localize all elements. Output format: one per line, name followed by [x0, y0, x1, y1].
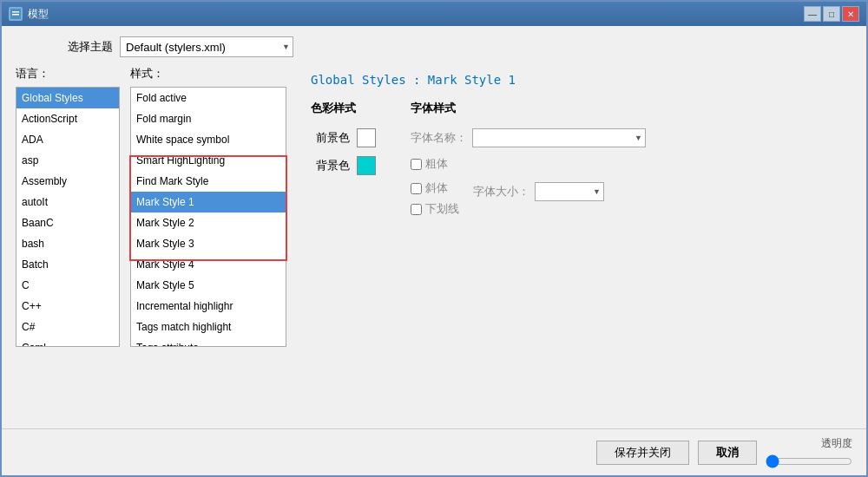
style-list-item[interactable]: Fold margin: [131, 108, 286, 129]
transparency-label: 透明度: [821, 436, 852, 451]
background-row: 背景色: [311, 156, 376, 175]
lang-list-item[interactable]: bash: [16, 233, 119, 254]
style-list-wrapper: Fold activeFold marginWhite space symbol…: [130, 87, 286, 347]
panels-row: 语言： Global StylesActionScriptADAaspAssem…: [16, 66, 852, 347]
color-section-title: 色彩样式: [311, 101, 376, 116]
bold-checkbox[interactable]: [411, 159, 422, 170]
svg-rect-1: [12, 11, 19, 13]
style-list-item[interactable]: Mark Style 2: [131, 212, 286, 233]
font-size-row: 字体大小：: [473, 182, 604, 201]
style-list-item[interactable]: Mark Style 5: [131, 275, 286, 296]
bottom-bar: 保存并关闭 取消 透明度: [2, 428, 866, 475]
lang-list-item[interactable]: C#: [16, 317, 119, 337]
underline-row: 下划线: [411, 201, 459, 217]
theme-label: 选择主题: [68, 39, 113, 55]
theme-row: 选择主题 Default (stylers.xml): [16, 36, 852, 57]
italic-size-row: 斜体 下划线 字体大小：: [411, 180, 646, 217]
background-color-box[interactable]: [357, 156, 376, 175]
underline-checkbox[interactable]: [411, 204, 422, 215]
font-section: 字体样式 字体名称： 粗体: [411, 101, 646, 217]
underline-label: 下划线: [425, 201, 459, 217]
style-label: 样式：: [130, 66, 286, 82]
font-size-select[interactable]: [535, 182, 604, 201]
close-button[interactable]: ✕: [842, 6, 859, 22]
font-name-row: 字体名称：: [411, 128, 646, 147]
lang-list-item[interactable]: Batch: [16, 254, 119, 275]
style-list-item[interactable]: Find Mark Style: [131, 171, 286, 192]
lang-list-item[interactable]: autoIt: [16, 192, 119, 212]
svg-rect-2: [12, 14, 19, 16]
language-list[interactable]: Global StylesActionScriptADAaspAssemblya…: [16, 87, 120, 347]
font-name-dropdown: [472, 128, 646, 147]
font-size-dropdown: [535, 182, 604, 201]
maximize-button[interactable]: □: [823, 6, 840, 22]
main-window: 模型 — □ ✕ 选择主题 Default (stylers.xml) 语言：: [0, 0, 868, 477]
style-list-item[interactable]: Incremental highlighr: [131, 296, 286, 317]
transparency-slider[interactable]: [766, 454, 852, 468]
save-close-button[interactable]: 保存并关闭: [596, 441, 689, 465]
style-panel: 样式： Fold activeFold marginWhite space sy…: [130, 66, 286, 347]
lang-list-item[interactable]: Global Styles: [16, 88, 119, 108]
font-name-select[interactable]: [472, 128, 646, 147]
italic-checkbox[interactable]: [411, 183, 422, 194]
style-list-item[interactable]: Tags match highlight: [131, 317, 286, 337]
title-bar: 模型 — □ ✕: [2, 2, 866, 26]
background-label: 背景色: [311, 158, 350, 173]
detail-panel: Global Styles : Mark Style 1 色彩样式 前景色 背景…: [297, 66, 852, 224]
style-list[interactable]: Fold activeFold marginWhite space symbol…: [130, 87, 286, 347]
foreground-color-box[interactable]: [357, 128, 376, 147]
transparency-area: 透明度: [766, 436, 852, 468]
theme-select-wrapper: Default (stylers.xml): [120, 36, 293, 57]
app-icon: [9, 7, 23, 21]
bold-label: 粗体: [425, 156, 448, 172]
foreground-row: 前景色: [311, 128, 376, 147]
italic-label: 斜体: [425, 180, 448, 196]
italic-row: 斜体: [411, 180, 459, 196]
lang-list-item[interactable]: Assembly: [16, 171, 119, 192]
foreground-label: 前景色: [311, 130, 350, 146]
style-list-item[interactable]: Mark Style 1: [131, 192, 286, 212]
cancel-button[interactable]: 取消: [698, 441, 757, 465]
lang-list-item[interactable]: C: [16, 275, 119, 296]
minimize-button[interactable]: —: [804, 6, 821, 22]
checkboxes-col: 斜体 下划线: [411, 180, 459, 217]
theme-select[interactable]: Default (stylers.xml): [120, 36, 293, 57]
bold-row: 粗体: [411, 156, 646, 172]
font-name-label: 字体名称：: [411, 130, 467, 146]
lang-list-item[interactable]: ADA: [16, 129, 119, 150]
window-title: 模型: [28, 7, 49, 22]
window-controls: — □ ✕: [804, 6, 859, 22]
style-settings: 色彩样式 前景色 背景色 字体样式: [311, 101, 838, 217]
lang-list-item[interactable]: C++: [16, 296, 119, 317]
dialog-content: 选择主题 Default (stylers.xml) 语言： Global St…: [2, 26, 866, 428]
style-list-item[interactable]: Mark Style 4: [131, 254, 286, 275]
lang-list-item[interactable]: Caml: [16, 337, 119, 347]
lang-list-item[interactable]: ActionScript: [16, 108, 119, 129]
title-bar-left: 模型: [9, 7, 49, 22]
detail-title: Global Styles : Mark Style 1: [311, 73, 838, 90]
style-list-item[interactable]: Smart HighLighting: [131, 150, 286, 171]
font-section-title: 字体样式: [411, 101, 646, 116]
language-panel: 语言： Global StylesActionScriptADAaspAssem…: [16, 66, 120, 347]
language-label: 语言：: [16, 66, 120, 82]
style-list-item[interactable]: Tags attribute: [131, 337, 286, 347]
color-section: 色彩样式 前景色 背景色: [311, 101, 376, 217]
style-list-item[interactable]: Mark Style 3: [131, 233, 286, 254]
font-size-label: 字体大小：: [473, 184, 529, 199]
lang-list-item[interactable]: asp: [16, 150, 119, 171]
lang-list-item[interactable]: BaanC: [16, 212, 119, 233]
style-list-item[interactable]: White space symbol: [131, 129, 286, 150]
style-list-item[interactable]: Fold active: [131, 88, 286, 108]
